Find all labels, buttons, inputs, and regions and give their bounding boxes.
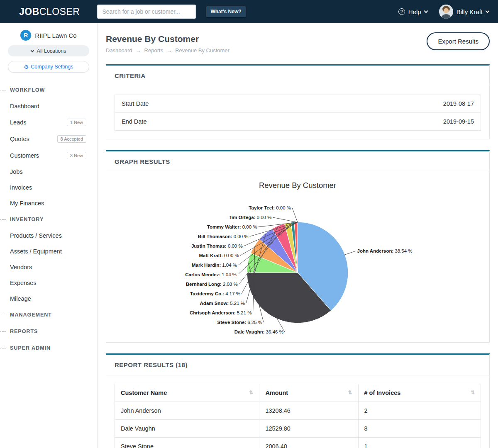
table-cell: 8 <box>358 420 481 438</box>
sidebar-section-label: INVENTORY <box>10 217 44 222</box>
export-results-button[interactable]: Export Results <box>427 32 490 50</box>
pie-label-taxidermy-co: Taxidermy Co.:4.17 % <box>190 291 240 296</box>
pie-label-connector <box>273 217 298 222</box>
sidebar-section-reports[interactable]: REPORTS <box>0 323 97 340</box>
top-navbar: JOBCLOSER What's New? ? Help Billy Kraft <box>0 0 498 23</box>
help-icon: ? <box>398 8 405 15</box>
breadcrumb-item-reports[interactable]: Reports <box>144 47 164 54</box>
pie-label-bill-thomason: Bill Thomason:0.00 % <box>198 234 249 239</box>
criteria-row-start-date: Start Date2019-08-17 <box>115 95 481 112</box>
table-cell: Steve Stone <box>115 438 259 448</box>
pie-label-tommy-walter: Tommy Walter:0.00 % <box>207 224 257 229</box>
pie-label-justin-thomas: Justin Thomas:0.00 % <box>191 243 243 248</box>
report-table: ⇅Customer Name⇅Amount⇅# of InvoicesJohn … <box>115 384 481 448</box>
column-header-amount[interactable]: ⇅Amount <box>259 384 358 402</box>
table-cell: 12529.80 <box>259 420 358 438</box>
page-head: Revenue By Customer Dashboard→Reports→Re… <box>106 34 490 54</box>
company-avatar: R <box>20 30 31 41</box>
sidebar-section-management[interactable]: MANAGEMENT <box>0 307 97 323</box>
user-menu[interactable]: Billy Kraft <box>439 5 489 19</box>
help-menu[interactable]: ? Help <box>398 8 427 15</box>
criteria-card: CRITERIA Start Date2019-08-17End Date201… <box>106 64 490 139</box>
criteria-label: End Date <box>122 118 146 125</box>
whats-new-button[interactable]: What's New? <box>206 6 246 17</box>
sidebar-item-my-finances[interactable]: My Finances <box>0 195 97 211</box>
dash-icon <box>0 219 6 220</box>
sidebar-section-inventory[interactable]: INVENTORY <box>0 211 97 228</box>
sidebar-item-label: Dashboard <box>10 103 39 110</box>
pie-label-steve-stone: Steve Stone:6.25 % <box>217 320 262 325</box>
table-cell: 2006.40 <box>259 438 358 448</box>
table-cell: Dale Vaughn <box>115 420 259 438</box>
sidebar-section-label: REPORTS <box>10 329 38 334</box>
pie-label-tim-ortega: Tim Ortega:0.00 % <box>229 215 271 220</box>
sidebar-item-mileage[interactable]: Mileage <box>0 291 97 307</box>
pie-label-adam-snow: Adam Snow:5.21 % <box>200 301 245 306</box>
company-block: R RIIPL Lawn Co All Locations ⚙ Company … <box>0 23 97 73</box>
help-label: Help <box>408 8 421 15</box>
table-cell: 1 <box>358 438 481 448</box>
criteria-value: 2019-08-17 <box>443 100 474 107</box>
app-logo[interactable]: JOBCLOSER <box>19 6 80 17</box>
sidebar-nav: WORKFLOWDashboardLeads1 NewQuotes8 Accep… <box>0 82 97 356</box>
company-name: RIIPL Lawn Co <box>35 32 76 39</box>
pie-label-mark-hardin: Mark Hardin:1.04 % <box>192 263 237 268</box>
company-selector[interactable]: R RIIPL Lawn Co <box>20 30 76 41</box>
table-cell: John Anderson <box>115 402 259 420</box>
column-header-of-invoices[interactable]: ⇅# of Invoices <box>358 384 481 402</box>
sidebar-item-expenses[interactable]: Expenses <box>0 275 97 291</box>
sidebar-item-products-services[interactable]: Products / Services <box>0 228 97 243</box>
app-logo-bold: JOB <box>19 6 39 17</box>
search-input[interactable] <box>97 5 196 19</box>
main-content: Revenue By Customer Dashboard→Reports→Re… <box>98 23 498 448</box>
locations-dropdown[interactable]: All Locations <box>8 45 89 56</box>
sidebar-item-label: Quotes <box>10 136 29 142</box>
user-name: Billy Kraft <box>456 8 483 15</box>
revenue-pie-chart: Revenue By CustomerTaylor Teel:0.00 %Tim… <box>106 172 489 342</box>
table-cell: 2 <box>358 402 481 420</box>
sort-icon[interactable]: ⇅ <box>471 390 475 395</box>
chevron-down-icon <box>486 9 490 13</box>
pie-label-bernhard-long: Bernhard Long:2.08 % <box>186 282 238 287</box>
dash-icon <box>0 348 6 348</box>
pie-label-dale-vaughn: Dale Vaughn:36.46 % <box>234 329 283 334</box>
breadcrumb-item-revenue-by-customer: Revenue By Customer <box>175 47 229 54</box>
company-settings-button[interactable]: ⚙ Company Settings <box>8 61 89 73</box>
status-badge: 3 New <box>67 152 86 159</box>
column-header-customer-name[interactable]: ⇅Customer Name <box>115 384 259 402</box>
sidebar-item-jobs[interactable]: Jobs <box>0 164 97 180</box>
sidebar-item-quotes[interactable]: Quotes8 Accepted <box>0 131 97 147</box>
breadcrumb-arrow-icon: → <box>166 47 172 54</box>
pie-label-connector <box>292 208 298 222</box>
sidebar-section-label: MANAGEMENT <box>10 312 52 318</box>
criteria-box: Start Date2019-08-17End Date2019-09-15 <box>115 95 481 131</box>
sort-icon[interactable]: ⇅ <box>348 390 352 395</box>
sidebar-item-invoices[interactable]: Invoices <box>0 180 97 195</box>
table-row: Dale Vaughn12529.808 <box>115 420 481 438</box>
graph-results-header: GRAPH RESULTS <box>106 151 489 172</box>
chart-title: Revenue By Customer <box>259 181 336 190</box>
app-logo-light: CLOSER <box>39 6 80 17</box>
pie-label-matt-kraft: Matt Kraft:0.00 % <box>199 253 239 258</box>
sidebar-section-label: WORKFLOW <box>10 87 45 93</box>
sidebar-section-super-admin[interactable]: SUPER ADMIN <box>0 340 97 356</box>
sort-icon[interactable]: ⇅ <box>249 390 253 395</box>
sidebar-item-assets-equipment[interactable]: Assets / Equipment <box>0 243 97 259</box>
pie-label-chrisoph-anderson: Chrisoph Anderson:5.21 % <box>190 310 252 315</box>
sidebar-item-customers[interactable]: Customers3 New <box>0 147 97 164</box>
breadcrumb-item-dashboard[interactable]: Dashboard <box>106 47 132 54</box>
chevron-down-icon <box>424 9 428 13</box>
navbar-right-group: ? Help Billy Kraft <box>398 5 489 19</box>
locations-label: All Locations <box>37 48 66 54</box>
sidebar-item-label: Assets / Equipment <box>10 248 62 255</box>
sidebar-item-vendors[interactable]: Vendors <box>0 259 97 275</box>
sidebar-item-dashboard[interactable]: Dashboard <box>0 98 97 114</box>
sidebar-item-leads[interactable]: Leads1 New <box>0 114 97 131</box>
sidebar-section-workflow[interactable]: WORKFLOW <box>0 82 97 98</box>
report-results-card: REPORT RESULTS (18) ⇅Customer Name⇅Amoun… <box>106 353 490 448</box>
sidebar-item-label: Jobs <box>10 168 23 175</box>
sidebar-item-label: Vendors <box>10 264 32 270</box>
table-row: Steve Stone2006.401 <box>115 438 481 448</box>
criteria-header: CRITERIA <box>106 66 489 86</box>
sidebar-item-label: Leads <box>10 119 27 126</box>
